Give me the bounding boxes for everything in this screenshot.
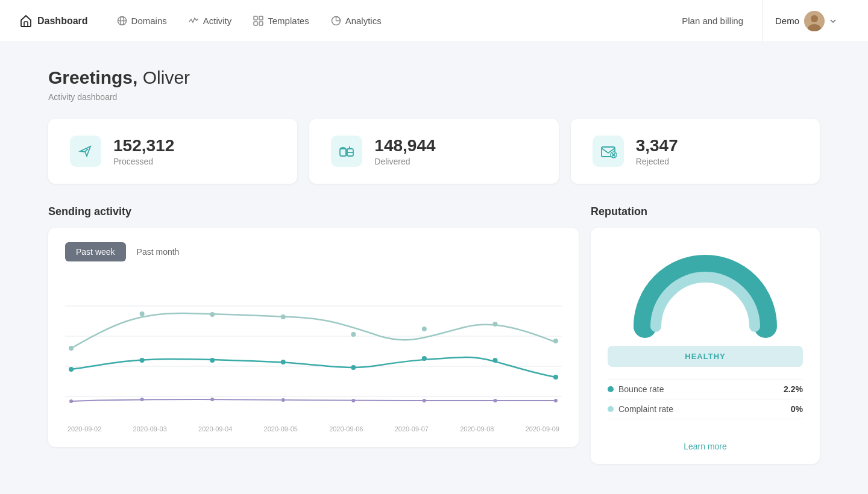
svg-rect-0 xyxy=(24,22,28,27)
nav-item-domains[interactable]: Domains xyxy=(107,11,177,31)
svg-point-30 xyxy=(210,312,215,317)
activity-section: Sending activity Past week Past month xyxy=(48,205,579,464)
send-icon-container xyxy=(70,136,101,167)
nav-links: Domains Activity Templates Analy xyxy=(107,11,663,31)
chart-x-labels: 2020-09-02 2020-09-03 2020-09-04 2020-09… xyxy=(65,425,562,433)
plan-billing-link[interactable]: Plan and billing xyxy=(662,0,763,42)
learn-more-link[interactable]: Learn more xyxy=(684,442,727,451)
svg-point-41 xyxy=(422,356,427,361)
svg-rect-13 xyxy=(340,149,346,156)
svg-point-40 xyxy=(351,365,356,370)
tab-past-month[interactable]: Past month xyxy=(126,242,190,261)
stat-cards: 152,312 Processed 148,944 Delivered xyxy=(48,119,820,184)
stat-card-rejected: 3,347 Rejected xyxy=(571,119,820,184)
activity-title: Sending activity xyxy=(48,205,579,218)
stat-info-processed: 152,312 Processed xyxy=(113,136,174,166)
mail-x-icon-container xyxy=(593,136,624,167)
healthy-badge: HEALTHY xyxy=(608,346,803,367)
svg-point-35 xyxy=(553,339,558,343)
svg-point-32 xyxy=(351,332,356,337)
stat-card-processed: 152,312 Processed xyxy=(48,119,297,184)
bounce-dot xyxy=(608,386,614,392)
svg-point-47 xyxy=(281,398,285,402)
svg-point-49 xyxy=(423,399,426,402)
svg-point-43 xyxy=(553,375,558,380)
nav-item-activity[interactable]: Activity xyxy=(179,11,242,31)
greeting-subtitle: Activity dashboard xyxy=(48,92,820,102)
mail-x-icon xyxy=(600,143,617,160)
greeting-heading: Greetings, Oliver xyxy=(48,66,820,89)
sections-row: Sending activity Past week Past month xyxy=(48,205,820,464)
pie-icon xyxy=(331,16,341,26)
brand-label: Dashboard xyxy=(37,16,88,27)
reputation-card: HEALTHY Bounce rate 2.2% Complaint rate xyxy=(591,228,820,464)
mailbox-icon xyxy=(338,143,355,160)
svg-point-52 xyxy=(678,299,733,339)
reputation-section: Reputation HEALTHY xyxy=(591,205,820,464)
main-content: Greetings, Oliver Activity dashboard 152… xyxy=(0,42,868,488)
gauge-chart xyxy=(633,254,778,339)
greeting-section: Greetings, Oliver Activity dashboard xyxy=(48,66,820,102)
svg-point-36 xyxy=(69,367,74,372)
gauge-container xyxy=(608,254,803,339)
learn-more-section: Learn more xyxy=(608,431,803,452)
complaint-rate-row: Complaint rate 0% xyxy=(608,399,803,419)
rep-stats: Bounce rate 2.2% Complaint rate 0% xyxy=(608,379,803,419)
brand-logo[interactable]: Dashboard xyxy=(19,14,88,28)
svg-point-51 xyxy=(554,399,558,402)
svg-point-37 xyxy=(140,358,145,363)
svg-point-48 xyxy=(351,399,355,402)
svg-point-31 xyxy=(281,314,286,319)
stat-card-delivered: 148,944 Delivered xyxy=(309,119,558,184)
svg-point-38 xyxy=(210,358,215,363)
svg-point-29 xyxy=(140,311,145,316)
send-icon xyxy=(77,143,94,160)
nav-item-analytics[interactable]: Analytics xyxy=(321,11,391,31)
svg-point-44 xyxy=(69,399,73,403)
home-icon xyxy=(19,14,33,28)
bounce-value: 2.2% xyxy=(784,384,803,394)
svg-point-45 xyxy=(140,398,144,401)
complaint-value: 0% xyxy=(791,404,803,414)
stat-info-rejected: 3,347 Rejected xyxy=(636,136,678,166)
nav-right: Plan and billing Demo xyxy=(662,0,849,42)
chart-area xyxy=(65,276,562,421)
reputation-title: Reputation xyxy=(591,205,820,218)
svg-point-33 xyxy=(422,327,427,331)
activity-card: Past week Past month xyxy=(48,228,579,447)
svg-point-39 xyxy=(281,360,286,364)
svg-rect-6 xyxy=(254,22,257,25)
chevron-down-icon xyxy=(829,17,837,25)
activity-chart xyxy=(65,276,562,421)
globe-icon xyxy=(117,16,127,26)
grid-icon xyxy=(253,16,263,26)
svg-point-34 xyxy=(492,322,497,327)
svg-point-50 xyxy=(493,399,497,402)
svg-rect-7 xyxy=(259,22,263,25)
svg-rect-5 xyxy=(259,16,263,20)
svg-rect-4 xyxy=(254,16,257,20)
bounce-rate-row: Bounce rate 2.2% xyxy=(608,379,803,399)
activity-icon xyxy=(189,16,199,26)
complaint-dot xyxy=(608,406,614,412)
svg-point-42 xyxy=(492,358,497,363)
mailbox-icon-container xyxy=(331,136,362,167)
navbar: Dashboard Domains Activity xyxy=(0,0,868,42)
tab-past-week[interactable]: Past week xyxy=(65,242,126,261)
svg-point-28 xyxy=(69,346,74,351)
tab-buttons: Past week Past month xyxy=(65,242,562,261)
svg-point-46 xyxy=(210,398,214,401)
stat-info-delivered: 148,944 Delivered xyxy=(374,136,435,166)
avatar xyxy=(804,11,825,31)
user-menu[interactable]: Demo xyxy=(763,11,849,31)
nav-item-templates[interactable]: Templates xyxy=(244,11,318,31)
svg-point-10 xyxy=(811,15,818,22)
